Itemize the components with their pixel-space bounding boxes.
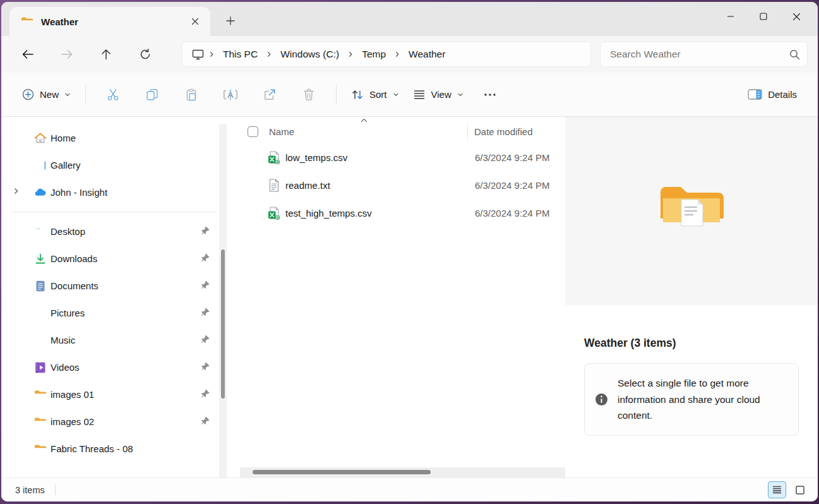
sidebar-item-label: images 01 — [51, 389, 94, 400]
sidebar-item-onedrive[interactable]: John - Insight — [5, 179, 218, 206]
sidebar-item-music[interactable]: Music — [5, 327, 218, 354]
column-header-name[interactable]: Name — [269, 126, 294, 137]
main-content: Home Gallery John - Insight — [1, 117, 818, 477]
downloads-icon — [34, 253, 47, 265]
breadcrumb-weather[interactable]: Weather — [405, 47, 449, 62]
pictures-icon — [34, 307, 47, 320]
refresh-button[interactable] — [133, 43, 158, 66]
paste-button[interactable] — [177, 81, 206, 108]
sidebar-separator — [11, 212, 215, 212]
sidebar-item-fabric-threads[interactable]: Fabric Threads - 08 — [5, 435, 218, 462]
tab-title: Weather — [41, 16, 78, 27]
toolbar-separator — [336, 85, 337, 104]
file-name: readme.txt — [285, 180, 330, 191]
sidebar-item-documents[interactable]: Documents — [5, 272, 218, 299]
file-row-low-temps[interactable]: low_temps.csv 6/3/2024 9:24 PM — [227, 143, 565, 171]
sidebar-scrollbar-thumb[interactable] — [221, 249, 225, 399]
file-row-test-high-temps[interactable]: test_high_temps.csv 6/3/2024 9:24 PM — [227, 199, 565, 227]
folder-icon — [34, 388, 47, 401]
close-icon — [191, 18, 199, 25]
sidebar-item-label: Pictures — [51, 308, 85, 318]
file-date-modified: 6/3/2024 9:24 PM — [475, 208, 549, 219]
navigation-sidebar: Home Gallery John - Insight — [1, 117, 227, 477]
icons-view-icon — [796, 486, 804, 495]
chevron-right-icon — [13, 188, 20, 195]
close-window-button[interactable] — [780, 6, 813, 27]
more-options-button[interactable] — [475, 81, 505, 108]
cut-icon — [106, 88, 120, 102]
gallery-icon — [34, 159, 47, 172]
column-divider[interactable] — [467, 123, 468, 140]
tab-weather[interactable]: Weather — [9, 7, 210, 36]
pin-icon — [201, 389, 210, 399]
search-input[interactable] — [609, 48, 789, 61]
details-view-icon — [772, 486, 782, 494]
sidebar-item-videos[interactable]: Videos — [5, 354, 218, 381]
new-button[interactable]: New — [15, 83, 78, 106]
sidebar-item-home[interactable]: Home — [5, 124, 218, 152]
new-tab-button[interactable] — [220, 12, 241, 30]
forward-button[interactable] — [54, 43, 80, 66]
folder-icon — [34, 416, 47, 428]
delete-button[interactable] — [294, 81, 323, 108]
breadcrumb-this-pc[interactable]: This PC — [219, 47, 261, 62]
sidebar-item-label: Downloads — [51, 253, 97, 264]
select-all-checkbox[interactable] — [248, 126, 258, 137]
rename-icon — [223, 88, 238, 102]
minimize-icon — [727, 13, 734, 20]
home-icon — [34, 132, 47, 145]
sort-icon — [351, 88, 364, 101]
sort-ascending-icon — [361, 118, 368, 123]
tab-bar: Weather — [1, 2, 818, 36]
sort-button[interactable]: Sort — [344, 83, 406, 107]
pin-icon — [201, 253, 210, 263]
csv-file-icon — [268, 207, 280, 220]
address-bar[interactable]: This PC Windows (C:) Temp Weather — [182, 42, 591, 67]
copy-button[interactable] — [138, 81, 167, 108]
file-list-header: Name Date modified — [227, 119, 565, 143]
sidebar-item-desktop[interactable]: Desktop — [5, 218, 218, 245]
chevron-down-icon — [64, 92, 71, 98]
minimize-button[interactable] — [714, 6, 747, 27]
ellipsis-icon — [484, 93, 496, 97]
sidebar-item-images-02[interactable]: images 02 — [5, 408, 218, 435]
file-date-modified: 6/3/2024 9:24 PM — [475, 152, 549, 163]
sidebar-item-gallery[interactable]: Gallery — [5, 152, 218, 179]
sidebar-item-images-01[interactable]: images 01 — [5, 381, 218, 408]
share-button[interactable] — [255, 81, 284, 108]
sort-button-label: Sort — [369, 89, 387, 100]
up-button[interactable] — [93, 43, 119, 66]
details-toggle-button[interactable]: Details — [741, 83, 804, 105]
sidebar-item-label: Documents — [51, 280, 99, 291]
arrow-up-icon — [101, 49, 111, 60]
csv-file-icon — [268, 151, 280, 164]
file-row-readme[interactable]: readme.txt 6/3/2024 9:24 PM — [227, 171, 565, 199]
icons-view-toggle[interactable] — [791, 481, 809, 498]
this-pc-icon — [192, 49, 204, 60]
rename-button[interactable] — [216, 81, 245, 108]
breadcrumb-windows-c[interactable]: Windows (C:) — [277, 47, 343, 62]
chevron-right-icon — [347, 51, 354, 57]
maximize-button[interactable] — [747, 6, 780, 27]
tab-close-button[interactable] — [186, 13, 204, 30]
cut-button[interactable] — [99, 81, 128, 108]
view-list-icon — [413, 89, 426, 100]
sidebar-item-pictures[interactable]: Pictures — [5, 299, 218, 327]
sidebar-item-label: Desktop — [51, 226, 85, 237]
sidebar-scrollbar-track[interactable] — [219, 124, 227, 477]
horizontal-scrollbar-track[interactable] — [240, 467, 565, 477]
view-button[interactable]: View — [406, 83, 470, 106]
breadcrumb-temp[interactable]: Temp — [358, 47, 390, 62]
details-view-toggle[interactable] — [768, 481, 786, 498]
info-icon — [595, 393, 608, 406]
horizontal-scrollbar-thumb[interactable] — [253, 470, 431, 474]
sidebar-item-label: Gallery — [51, 160, 81, 171]
file-name: test_high_temps.csv — [285, 208, 372, 219]
documents-icon — [34, 280, 47, 292]
back-button[interactable] — [15, 43, 40, 66]
sidebar-item-downloads[interactable]: Downloads — [5, 245, 218, 272]
column-header-date-modified[interactable]: Date modified — [474, 126, 533, 137]
folder-icon — [21, 16, 33, 27]
window-controls — [714, 6, 813, 27]
search-box[interactable] — [600, 42, 808, 67]
